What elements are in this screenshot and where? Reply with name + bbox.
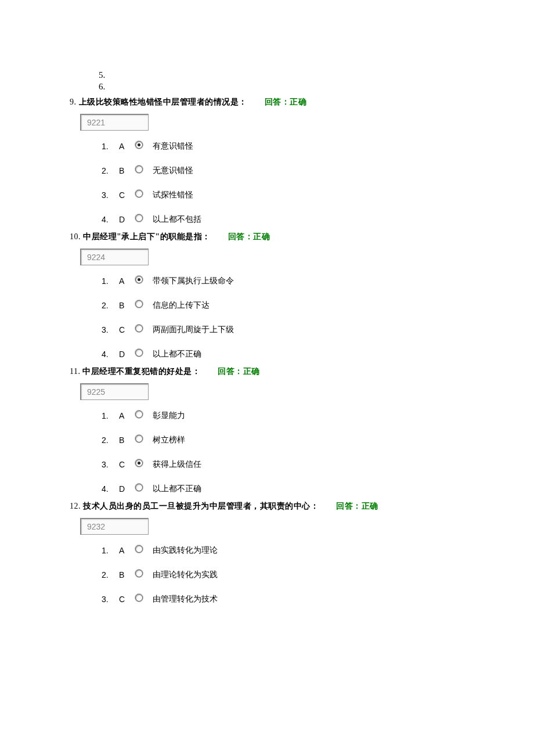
option-letter: B [119, 570, 135, 579]
option-text: 试探性错怪 [153, 190, 193, 200]
radio-wrap [135, 545, 153, 553]
options-list: 1.A由实践转化为理论2.B由理论转化为实践3.C由管理转化为技术 [102, 545, 464, 604]
radio-button[interactable] [135, 276, 143, 283]
option-text: 以上都不正确 [153, 349, 201, 359]
option-text: 由理论转化为实践 [153, 570, 218, 580]
option-letter: A [119, 411, 135, 420]
question-text: 10. 中层经理"承上启下"的职能是指：回答：正确 [70, 231, 464, 243]
radio-wrap [135, 484, 153, 491]
question-number: 11. [70, 367, 80, 376]
option-letter: A [119, 276, 135, 286]
radio-button[interactable] [135, 459, 143, 467]
option-row: 1.A彰显能力 [102, 411, 464, 421]
radio-button[interactable] [135, 190, 143, 197]
option-number: 3. [102, 190, 119, 200]
option-number: 2. [102, 570, 119, 579]
answer-status: 回答：正确 [228, 232, 270, 241]
options-list: 1.A有意识错怪2.B无意识错怪3.C试探性错怪4.D以上都不包括 [102, 141, 464, 225]
option-letter: C [119, 595, 135, 604]
leading-item: 6. [99, 81, 464, 93]
radio-button[interactable] [135, 165, 143, 173]
question-id-input[interactable]: 9232 [80, 518, 149, 535]
option-letter: C [119, 325, 135, 334]
radio-wrap [135, 141, 153, 149]
option-text: 获得上级信任 [153, 459, 201, 470]
option-row: 4.D以上都不包括 [102, 214, 464, 225]
option-number: 1. [102, 276, 119, 286]
radio-button[interactable] [135, 545, 143, 553]
option-text: 由管理转化为技术 [153, 594, 218, 604]
option-letter: D [119, 350, 135, 359]
radio-button[interactable] [135, 435, 143, 442]
option-row: 2.B无意识错怪 [102, 165, 464, 176]
radio-button[interactable] [135, 325, 143, 332]
radio-wrap [135, 325, 153, 332]
option-number: 3. [102, 325, 119, 334]
question-id-input[interactable]: 9224 [80, 249, 149, 265]
question-block: 10. 中层经理"承上启下"的职能是指：回答：正确92241.A带领下属执行上级… [70, 231, 464, 359]
questions-container: 9. 上级比较策略性地错怪中层管理者的情况是：回答：正确92211.A有意识错怪… [70, 96, 464, 604]
radio-wrap [135, 411, 153, 418]
leading-item: 5. [99, 70, 464, 81]
radio-button[interactable] [135, 141, 143, 149]
radio-wrap [135, 165, 153, 173]
option-text: 有意识错怪 [153, 141, 193, 152]
option-text: 无意识错怪 [153, 165, 193, 176]
question-number: 9. [70, 98, 77, 106]
question-text: 9. 上级比较策略性地错怪中层管理者的情况是：回答：正确 [70, 96, 464, 108]
radio-button[interactable] [135, 411, 143, 418]
option-row: 3.C试探性错怪 [102, 190, 464, 200]
option-number: 4. [102, 350, 119, 359]
radio-wrap [135, 594, 153, 602]
option-number: 1. [102, 546, 119, 555]
radio-wrap [135, 435, 153, 442]
leading-list: 5. 6. [99, 70, 464, 92]
radio-wrap [135, 349, 153, 357]
radio-button[interactable] [135, 484, 143, 491]
option-text: 树立榜样 [153, 435, 185, 445]
option-row: 2.B信息的上传下达 [102, 300, 464, 311]
radio-button[interactable] [135, 214, 143, 222]
option-text: 彰显能力 [153, 411, 185, 421]
option-letter: D [119, 484, 135, 494]
radio-wrap [135, 190, 153, 197]
option-number: 4. [102, 484, 119, 494]
question-id-input[interactable]: 9221 [80, 114, 149, 131]
question-block: 9. 上级比较策略性地错怪中层管理者的情况是：回答：正确92211.A有意识错怪… [70, 96, 464, 225]
option-letter: C [119, 460, 135, 469]
option-letter: B [119, 435, 135, 445]
option-letter: C [119, 190, 135, 200]
radio-wrap [135, 300, 153, 308]
options-list: 1.A彰显能力2.B树立榜样3.C获得上级信任4.D以上都不正确 [102, 411, 464, 494]
option-letter: B [119, 301, 135, 310]
radio-wrap [135, 276, 153, 283]
radio-button[interactable] [135, 349, 143, 357]
option-row: 3.C获得上级信任 [102, 459, 464, 470]
option-text: 以上都不包括 [153, 214, 201, 225]
question-text: 11. 中层经理不重复犯错的好处是：回答：正确 [70, 365, 464, 377]
question-number: 12. [70, 502, 81, 510]
option-text: 带领下属执行上级命令 [153, 276, 234, 286]
option-row: 2.B树立榜样 [102, 435, 464, 445]
option-letter: A [119, 142, 135, 151]
radio-button[interactable] [135, 594, 143, 602]
option-row: 1.A由实践转化为理论 [102, 545, 464, 556]
question-body: 中层经理"承上启下"的职能是指： [83, 232, 211, 241]
option-number: 3. [102, 460, 119, 469]
answer-status: 回答：正确 [265, 98, 307, 106]
radio-wrap [135, 214, 153, 222]
option-text: 由实践转化为理论 [153, 545, 218, 556]
option-number: 3. [102, 595, 119, 604]
option-row: 4.D以上都不正确 [102, 349, 464, 359]
question-id-input[interactable]: 9225 [80, 383, 149, 400]
radio-wrap [135, 570, 153, 577]
option-number: 2. [102, 435, 119, 445]
option-letter: D [119, 215, 135, 224]
question-body: 技术人员出身的员工一旦被提升为中层管理者，其职责的中心： [83, 502, 319, 510]
answer-status: 回答：正确 [336, 502, 378, 510]
answer-status: 回答：正确 [218, 367, 260, 376]
radio-button[interactable] [135, 570, 143, 577]
question-body: 中层经理不重复犯错的好处是： [82, 367, 200, 376]
radio-button[interactable] [135, 300, 143, 308]
question-text: 12. 技术人员出身的员工一旦被提升为中层管理者，其职责的中心：回答：正确 [70, 500, 464, 512]
